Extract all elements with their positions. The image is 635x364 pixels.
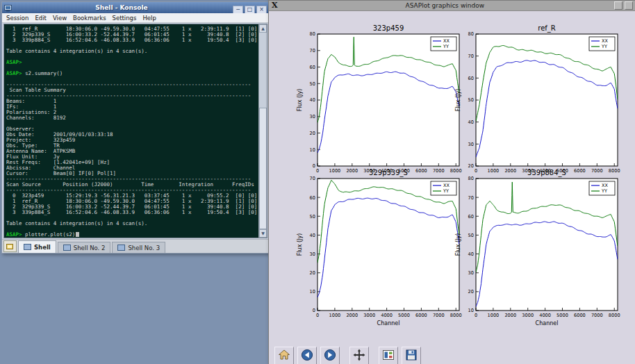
x-tick-label: 3000	[363, 313, 375, 318]
terminal-line: Obs. Type: TR	[6, 142, 258, 148]
terminal-scrollbar[interactable]: ▲ ▼	[258, 24, 267, 238]
konsole-titlebar[interactable]: Shell - Konsole −□×	[2, 2, 269, 13]
x-tick-label: 6000	[574, 313, 586, 318]
menu-item-view[interactable]: View	[53, 15, 67, 22]
back-icon	[301, 349, 313, 364]
x-tick-label: 0	[475, 313, 477, 318]
terminal-line	[6, 42, 258, 48]
x-tick-label: 6000	[574, 168, 586, 174]
terminal-line: 3 339p884_S 16:52:04.6 -46.08.33.9 06:36…	[6, 209, 258, 215]
subplot-ref_r: 0100020003000400050006000700080002030405…	[455, 24, 620, 174]
y-tick-label: 40	[310, 233, 315, 238]
tab-shell-no-3[interactable]: Shell No. 3	[112, 242, 165, 253]
subplot-339p884_s: 0100020003000400050006000700080001020304…	[455, 169, 620, 326]
menu-item-bookmarks[interactable]: Bookmarks	[73, 15, 106, 22]
subplot-title: ref_R	[538, 24, 556, 33]
y-tick-label: 40	[468, 251, 474, 257]
x-tick-label: 0	[316, 168, 319, 174]
y-tick-label: 0	[313, 163, 315, 169]
back-button[interactable]	[297, 347, 317, 364]
y-tick-label: 80	[310, 31, 315, 37]
x-tick-label: 2000	[346, 168, 358, 174]
matplotlib-figure[interactable]: 0100020003000400050006000700080000102030…	[269, 11, 634, 342]
subplots-icon	[382, 349, 395, 364]
konsole-menu-bar: SessionEditViewBookmarksSettingsHelp	[2, 13, 269, 23]
terminal-line: Cursor: Beam[0] IF[0] Pol[1]	[6, 170, 258, 176]
x-tick-label: 1000	[488, 313, 500, 318]
y-tick-label: 20	[310, 131, 315, 136]
maximize-button[interactable]	[625, 1, 633, 10]
terminal-line: ASAP>	[6, 59, 258, 65]
konsole-window: Shell - Konsole −□× SessionEditViewBookm…	[1, 1, 270, 254]
terminal-line: ----------------------------------------…	[6, 92, 258, 98]
terminal-line: Polarisations: 2	[6, 109, 258, 115]
y-tick-label: 80	[468, 31, 474, 37]
x-tick-label: 7000	[433, 313, 445, 318]
figure-canvas[interactable]: 0100020003000400050006000700080000102030…	[269, 11, 635, 345]
subplot-title: 339p884_S	[527, 169, 566, 177]
terminal-tab-icon	[117, 245, 125, 251]
x-tick-label: 5000	[398, 313, 410, 318]
y-tick-label: 40	[310, 97, 315, 103]
axes-frame	[476, 179, 618, 311]
y-tick-label: 70	[310, 176, 315, 181]
terminal-line: ----------------------------------------…	[6, 187, 258, 192]
legend-label: XX	[602, 183, 608, 188]
legend-label: YY	[601, 188, 607, 194]
new-session-button[interactable]	[3, 240, 17, 252]
terminal-line: Project: 323p459	[6, 137, 258, 142]
home-button[interactable]	[274, 347, 294, 364]
asaplot-titlebar[interactable]: X ASAPlot graphics window	[269, 1, 635, 11]
konsole-window-buttons: −□×	[231, 1, 267, 15]
plot-toolbar	[269, 345, 635, 364]
asap-prompt: ASAP>	[6, 231, 22, 238]
terminal-line: Scan Source Position (J2000) Time Integr…	[6, 181, 258, 187]
x-tick-label: 3000	[522, 313, 534, 318]
forward-button[interactable]	[320, 347, 340, 364]
terminal-output[interactable]: 1 ref_R 18:30:06.0 -49.59.30.0 04:47:55 …	[4, 24, 258, 238]
menu-item-help[interactable]: Help	[142, 15, 156, 22]
menu-item-edit[interactable]: Edit	[35, 15, 46, 22]
tab-shell[interactable]: Shell	[18, 240, 56, 253]
iconify-button[interactable]	[614, 1, 622, 10]
terminal-line: Rest Freqs: [1.42041e+09] [Hz]	[6, 159, 258, 165]
tab-shell-no-2[interactable]: Shell No. 2	[58, 242, 111, 253]
x-tick-label: 5000	[556, 313, 568, 318]
y-tick-label: 70	[468, 195, 474, 201]
terminal-tab-icon	[63, 245, 71, 251]
terminal-cursor	[76, 232, 79, 237]
menu-item-settings[interactable]: Settings	[113, 15, 137, 22]
subplots-button[interactable]	[379, 347, 398, 364]
save-button[interactable]	[402, 347, 421, 364]
x-axis-label: Channel	[536, 320, 559, 326]
x-tick-label: 1000	[329, 168, 341, 174]
scrollbar-thumb[interactable]	[259, 108, 267, 229]
pan-button[interactable]	[349, 347, 369, 364]
x-tick-label: 8000	[450, 313, 462, 318]
subplot-title: 329p339_S	[369, 169, 408, 177]
terminal-line	[6, 53, 258, 59]
menu-item-session[interactable]: Session	[6, 15, 28, 22]
terminal-line	[6, 120, 258, 126]
x11-logo-icon[interactable]: X	[272, 1, 278, 10]
y-tick-label: 50	[468, 97, 474, 103]
asaplot-window-title: ASAPlot graphics window	[278, 2, 612, 9]
scrollbar-up-icon[interactable]: ▲	[259, 24, 267, 33]
terminal-line	[6, 65, 258, 70]
terminal-line: ----------------------------------------…	[6, 176, 258, 181]
new-session-icon	[6, 243, 14, 250]
terminal-line: IFs: 1	[6, 104, 258, 109]
y-tick-label: 30	[310, 114, 315, 119]
x-tick-label: 1000	[329, 313, 341, 318]
y-tick-label: 30	[310, 251, 315, 257]
y-tick-label: 10	[310, 147, 315, 153]
x-tick-label: 2000	[504, 168, 516, 174]
x-tick-label: 2000	[346, 313, 358, 318]
x-tick-label: 4000	[539, 313, 551, 318]
x-tick-label: 7000	[591, 313, 603, 318]
scrollbar-down-icon[interactable]: ▼	[259, 229, 267, 238]
terminal-line: 2 329p339_S 16:00:33.2 -52.44.39.7 06:01…	[6, 204, 258, 209]
terminal-line	[6, 215, 258, 220]
y-tick-label: 10	[310, 289, 315, 295]
konsole-window-title: Shell - Konsole	[14, 4, 229, 11]
